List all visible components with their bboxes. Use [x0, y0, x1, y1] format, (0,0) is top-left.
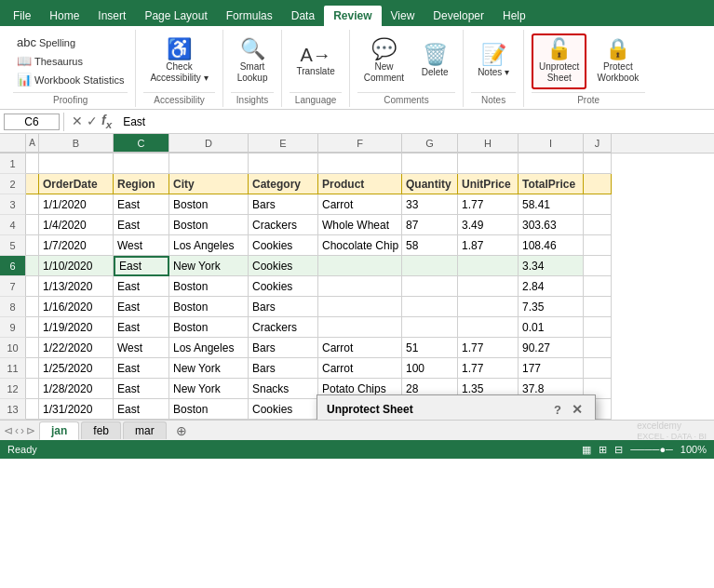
cell-f8[interactable]	[318, 297, 402, 317]
cell-g7[interactable]	[402, 276, 458, 297]
cell-g10[interactable]: 51	[402, 338, 458, 358]
cell-b1[interactable]	[39, 154, 114, 174]
cell-j7[interactable]	[584, 276, 612, 297]
cell-c10[interactable]: West	[114, 338, 169, 358]
cell-j8[interactable]	[584, 297, 612, 317]
col-header-a[interactable]: A	[26, 134, 39, 153]
cell-j10[interactable]	[584, 338, 612, 358]
row-header-13[interactable]: 13	[0, 399, 26, 420]
cell-c12[interactable]: East	[114, 379, 169, 399]
notes-button[interactable]: 📝 Notes ▾	[471, 33, 516, 89]
row-header-4[interactable]: 4	[0, 215, 26, 235]
cell-a13[interactable]	[26, 399, 39, 420]
cell-h4[interactable]: 3.49	[458, 215, 519, 235]
insert-function-icon[interactable]: fx	[101, 113, 112, 130]
col-header-i[interactable]: I	[519, 134, 584, 153]
cell-e5[interactable]: Cookies	[249, 235, 318, 256]
cell-c9[interactable]: East	[114, 317, 169, 338]
cell-i3[interactable]: 58.41	[519, 194, 584, 215]
col-header-f[interactable]: F	[318, 134, 402, 153]
delete-comment-button[interactable]: 🗑️ Delete	[414, 33, 455, 89]
cell-i11[interactable]: 177	[519, 358, 584, 379]
cell-b2[interactable]: OrderDate	[39, 174, 114, 194]
cell-g5[interactable]: 58	[402, 235, 458, 256]
view-layout-icon[interactable]: ⊞	[599, 444, 607, 456]
cell-h10[interactable]: 1.77	[458, 338, 519, 358]
cell-i9[interactable]: 0.01	[519, 317, 584, 338]
cell-b6[interactable]: 1/10/2020	[39, 256, 114, 276]
cell-d8[interactable]: Boston	[169, 297, 249, 317]
cell-a7[interactable]	[26, 276, 39, 297]
cell-e13[interactable]: Cookies	[249, 399, 318, 420]
cell-b13[interactable]: 1/31/2020	[39, 399, 114, 420]
cell-c3[interactable]: East	[114, 194, 169, 215]
cell-b4[interactable]: 1/4/2020	[39, 215, 114, 235]
cell-b12[interactable]: 1/28/2020	[39, 379, 114, 399]
cell-e2[interactable]: Category	[249, 174, 318, 194]
dialog-help-icon[interactable]: ?	[554, 403, 561, 417]
name-box[interactable]	[4, 114, 60, 130]
cell-b10[interactable]: 1/22/2020	[39, 338, 114, 358]
cell-j5[interactable]	[584, 235, 612, 256]
cell-j2[interactable]	[584, 174, 612, 194]
col-header-d[interactable]: D	[169, 134, 249, 153]
tab-home[interactable]: Home	[40, 6, 88, 26]
formula-input[interactable]	[119, 114, 710, 129]
cell-j3[interactable]	[584, 194, 612, 215]
spelling-button[interactable]: abc Spelling	[13, 33, 128, 51]
tab-review[interactable]: Review	[324, 6, 381, 26]
cancel-formula-icon[interactable]: ✕	[72, 114, 83, 128]
cell-c13[interactable]: East	[114, 399, 169, 420]
cell-d9[interactable]: Boston	[169, 317, 249, 338]
cell-f4[interactable]: Whole Wheat	[318, 215, 402, 235]
cell-b9[interactable]: 1/19/2020	[39, 317, 114, 338]
cell-h3[interactable]: 1.77	[458, 194, 519, 215]
check-accessibility-button[interactable]: ♿ CheckAccessibility ▾	[143, 33, 214, 89]
unprotect-sheet-button[interactable]: 🔓 UnprotectSheet	[532, 33, 586, 89]
cell-h7[interactable]	[458, 276, 519, 297]
cell-e9[interactable]: Crackers	[249, 317, 318, 338]
cell-i5[interactable]: 108.46	[519, 235, 584, 256]
translate-button[interactable]: A→ Translate	[290, 33, 341, 89]
row-header-12[interactable]: 12	[0, 379, 26, 399]
row-header-8[interactable]: 8	[0, 297, 26, 317]
confirm-formula-icon[interactable]: ✓	[87, 114, 98, 128]
cell-g6[interactable]	[402, 256, 458, 276]
cell-d13[interactable]: Boston	[169, 399, 249, 420]
cell-e4[interactable]: Crackers	[249, 215, 318, 235]
cell-g3[interactable]: 33	[402, 194, 458, 215]
tab-formulas[interactable]: Formulas	[217, 6, 282, 26]
cell-e8[interactable]: Bars	[249, 297, 318, 317]
cell-i1[interactable]	[519, 154, 584, 174]
tab-developer[interactable]: Developer	[424, 6, 493, 26]
cell-a4[interactable]	[26, 215, 39, 235]
col-header-e[interactable]: E	[249, 134, 318, 153]
cell-a10[interactable]	[26, 338, 39, 358]
cell-g2[interactable]: Quantity	[402, 174, 458, 194]
cell-j4[interactable]	[584, 215, 612, 235]
thesaurus-button[interactable]: 📖 Thesaurus	[13, 52, 128, 70]
cell-b3[interactable]: 1/1/2020	[39, 194, 114, 215]
tab-scroll-first-icon[interactable]: ⊲	[4, 424, 13, 437]
cell-j9[interactable]	[584, 317, 612, 338]
cell-i10[interactable]: 90.27	[519, 338, 584, 358]
add-sheet-button[interactable]: ⊕	[168, 421, 195, 440]
cell-c8[interactable]: East	[114, 297, 169, 317]
cell-c11[interactable]: East	[114, 358, 169, 379]
row-header-7[interactable]: 7	[0, 276, 26, 297]
tab-scroll-controls[interactable]: ⊲ ‹ › ⊳	[4, 424, 35, 437]
zoom-slider[interactable]: ────●─	[630, 444, 673, 455]
cell-d12[interactable]: New York	[169, 379, 249, 399]
row-header-6[interactable]: 6	[0, 256, 26, 276]
cell-e1[interactable]	[249, 154, 318, 174]
cell-i7[interactable]: 2.84	[519, 276, 584, 297]
protect-workbook-button[interactable]: 🔒 ProtectWorkbook	[590, 33, 645, 89]
cell-f11[interactable]: Carrot	[318, 358, 402, 379]
cell-e11[interactable]: Bars	[249, 358, 318, 379]
cell-h8[interactable]	[458, 297, 519, 317]
dialog-close-button[interactable]: ✕	[569, 401, 586, 418]
new-comment-button[interactable]: 💬 NewComment	[357, 33, 411, 89]
cell-f6[interactable]	[318, 256, 402, 276]
cell-j1[interactable]	[584, 154, 612, 174]
cell-f2[interactable]: Product	[318, 174, 402, 194]
